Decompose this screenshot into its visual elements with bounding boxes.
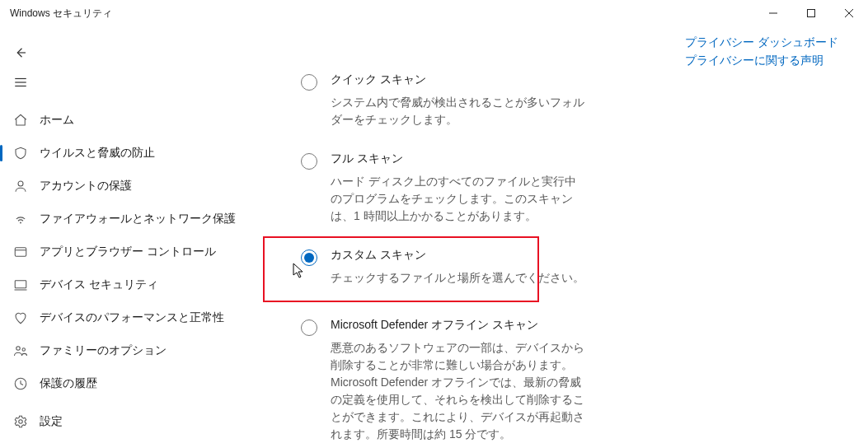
app-icon	[13, 245, 28, 259]
radio-custom-scan[interactable]	[301, 249, 317, 266]
window-controls	[754, 0, 868, 26]
sidebar-item-label: ファミリーのオプション	[40, 343, 167, 358]
sidebar-item-firewall[interactable]: ファイアウォールとネットワーク保護	[0, 203, 267, 235]
sidebar-item-label: ウイルスと脅威の防止	[40, 146, 155, 161]
option-title: Microsoft Defender オフライン スキャン	[331, 318, 586, 333]
option-desc: 悪意のあるソフトウェアの一部は、デバイスから削除することが非常に難しい場合があり…	[331, 339, 586, 443]
sidebar-item-app-browser[interactable]: アプリとブラウザー コントロール	[0, 235, 267, 268]
sidebar-item-label: アカウントの保護	[40, 179, 132, 194]
sidebar-item-label: 設定	[40, 414, 63, 429]
option-desc: ハード ディスク上のすべてのファイルと実行中のプログラムをチェックします。このス…	[331, 173, 586, 225]
option-title: クイック スキャン	[331, 72, 586, 87]
option-custom-scan[interactable]: カスタム スキャン チェックするファイルと場所を選んでください。	[301, 240, 598, 310]
sidebar-item-label: 保護の履歴	[40, 376, 97, 391]
sidebar-item-label: ファイアウォールとネットワーク保護	[40, 212, 236, 226]
maximize-button[interactable]	[792, 0, 830, 26]
radio-quick-scan[interactable]	[301, 74, 317, 91]
sidebar-item-device-security[interactable]: デバイス セキュリティ	[0, 268, 267, 301]
radio-offline-scan[interactable]	[301, 319, 317, 336]
option-offline-scan[interactable]: Microsoft Defender オフライン スキャン 悪意のあるソフトウェ…	[301, 310, 598, 443]
shield-icon	[13, 146, 28, 161]
menu-button[interactable]	[0, 68, 267, 97]
sidebar-item-label: デバイスのパフォーマンスと正常性	[40, 310, 224, 325]
svg-rect-12	[15, 281, 26, 288]
sidebar-item-settings[interactable]: 設定	[0, 405, 267, 438]
privacy-dashboard-link[interactable]: プライバシー ダッシュボード	[685, 33, 838, 51]
hamburger-icon	[13, 75, 28, 90]
family-icon	[13, 343, 28, 358]
svg-rect-1	[808, 10, 815, 17]
device-icon	[13, 277, 28, 292]
wifi-icon	[13, 212, 28, 226]
health-icon	[13, 310, 28, 325]
sidebar-item-account[interactable]: アカウントの保護	[0, 170, 267, 203]
svg-point-17	[19, 420, 23, 424]
content: プライバシー ダッシュボード プライバシーに関する声明 クイック スキャン シス…	[268, 26, 868, 443]
radio-full-scan[interactable]	[301, 153, 317, 170]
history-icon	[13, 376, 28, 391]
privacy-statement-link[interactable]: プライバシーに関する声明	[685, 51, 838, 69]
window-title: Windows セキュリティ	[10, 7, 112, 21]
titlebar: Windows セキュリティ	[0, 0, 868, 26]
sidebar-item-virus-threat[interactable]: ウイルスと脅威の防止	[0, 137, 267, 170]
close-icon	[845, 9, 853, 17]
option-desc: システム内で脅威が検出されることが多いフォルダーをチェックします。	[331, 94, 586, 128]
sidebar-item-label: デバイス セキュリティ	[40, 277, 158, 292]
option-title: フル スキャン	[331, 152, 586, 166]
sidebar-item-device-health[interactable]: デバイスのパフォーマンスと正常性	[0, 301, 267, 334]
sidebar: ホーム ウイルスと脅威の防止 アカウントの保護 ファイアウォールとネットワーク保…	[0, 26, 268, 443]
account-icon	[13, 179, 28, 194]
privacy-links: プライバシー ダッシュボード プライバシーに関する声明	[685, 33, 838, 69]
svg-point-15	[22, 348, 25, 351]
back-button[interactable]	[0, 38, 267, 68]
svg-point-8	[18, 181, 23, 186]
option-desc: チェックするファイルと場所を選んでください。	[331, 269, 584, 287]
maximize-icon	[807, 9, 815, 17]
sidebar-item-label: アプリとブラウザー コントロール	[40, 245, 216, 259]
gear-icon	[13, 414, 28, 429]
minimize-icon	[769, 9, 777, 17]
option-full-scan[interactable]: フル スキャン ハード ディスク上のすべてのファイルと実行中のプログラムをチェッ…	[301, 143, 598, 240]
minimize-button[interactable]	[754, 0, 792, 26]
sidebar-item-label: ホーム	[40, 113, 74, 128]
svg-point-14	[16, 347, 21, 351]
sidebar-item-history[interactable]: 保護の履歴	[0, 367, 267, 400]
back-arrow-icon	[13, 45, 28, 60]
option-title: カスタム スキャン	[331, 248, 584, 263]
svg-rect-10	[15, 248, 26, 257]
sidebar-item-home[interactable]: ホーム	[0, 104, 267, 137]
svg-point-9	[20, 222, 21, 224]
home-icon	[13, 113, 28, 128]
close-button[interactable]	[830, 0, 868, 26]
sidebar-item-family[interactable]: ファミリーのオプション	[0, 334, 267, 367]
option-quick-scan[interactable]: クイック スキャン システム内で脅威が検出されることが多いフォルダーをチェックし…	[301, 64, 598, 143]
